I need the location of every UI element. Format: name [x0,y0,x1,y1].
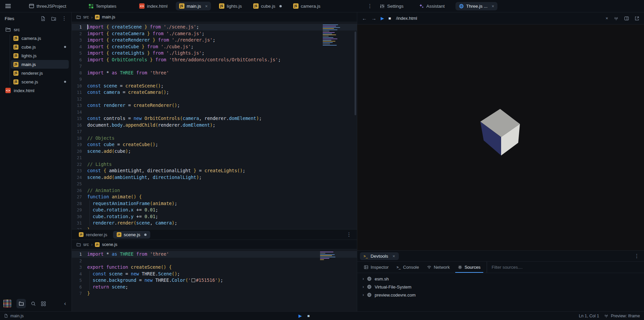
topbar-tab-cube.js[interactable]: JScube.js [250,2,285,10]
extensions-grid-icon[interactable] [41,301,46,306]
topbar-overflow-menu[interactable]: ⋮ [365,3,374,9]
topbar-tab-camera.js[interactable]: JScamera.js [290,2,324,10]
code-line-content [87,63,357,70]
project-button[interactable]: threeJSProject [25,2,70,10]
preview-url[interactable]: /index.html [396,16,417,21]
topbar-tab-lights.js[interactable]: JSlights.js [216,2,245,10]
minimap[interactable] [323,24,344,46]
code-line: 16document.body.appendChild(renderer.dom… [72,122,357,129]
code-line: 32} [72,227,357,230]
code-line: 3export function createScene() { [72,264,357,271]
search-icon[interactable] [31,301,36,306]
settings-button[interactable]: Settings [376,2,407,10]
devtools-tab-label: Network [434,265,450,270]
close-icon[interactable]: × [492,4,494,8]
code-editor-main[interactable]: 1import { createScene } from './scene.js… [72,22,357,229]
filter-sources-input[interactable] [492,265,641,270]
devtools-tab-console[interactable]: >_Console [392,262,423,273]
run-preview-icon[interactable]: ▶ [381,16,384,21]
globe-icon [367,276,372,281]
breadcrumb-file[interactable]: main.js [102,15,115,19]
templates-button[interactable]: Templates [85,2,120,10]
preview-toolbar: ← → ▶ ■ /index.html × [357,12,644,24]
code-line: 14 [72,109,357,116]
minimap[interactable] [320,252,341,260]
file-lights.js[interactable]: JSlights.js [11,51,69,60]
code-line-content: requestAnimationFrame(animate); [87,200,357,207]
devtools-tab-network[interactable]: Network [423,262,454,273]
open-external-icon[interactable] [635,16,639,21]
editor-tab-scene.js[interactable]: JSscene.js [113,231,151,239]
devtools-menu-icon[interactable]: ⋮ [632,253,641,259]
code-line: 1import * as THREE from 'three' [72,251,357,258]
code-line-content: cube.rotation.y += 0.01; [87,213,357,220]
file-main.js[interactable]: JSmain.js [11,60,69,69]
files-menu-icon[interactable]: ⋮ [62,15,67,21]
devtools-tab-label: Console [403,265,419,270]
devtools-tab[interactable]: >_ Devtools × [360,252,399,260]
run-icon[interactable]: ▶ [299,313,302,318]
topbar-tab-main.js[interactable]: JSmain.js× [176,2,211,10]
line-number: 14 [72,109,87,116]
source-esm.sh[interactable]: ›esm.sh [360,275,641,283]
file-tree-root-files: <>index.html [3,86,69,95]
code-line: 29 cube.rotation.x += 0.01; [72,207,357,213]
close-icon[interactable]: × [392,254,395,258]
breadcrumb-folder[interactable]: src [83,242,89,247]
avatar[interactable] [3,300,11,308]
devtools-tab-sources[interactable]: Sources [454,262,485,273]
scrollbar-thumb[interactable] [355,31,356,115]
assistant-button[interactable]: Assistant [416,2,448,10]
editor-tabs-menu[interactable]: ⋮ [344,232,354,238]
preview-mode[interactable]: Preview: Iframe [611,314,640,318]
new-folder-icon[interactable] [51,16,56,21]
close-icon[interactable]: × [205,4,208,8]
breadcrumb-file[interactable]: scene.js [102,242,117,247]
cursor-position[interactable]: Ln 1, Col 1 [579,314,599,318]
back-icon[interactable]: ← [362,15,367,21]
breadcrumb-folder[interactable]: src [83,15,89,19]
file-cube.js[interactable]: JScube.js [11,43,69,51]
file-renderer.js[interactable]: JSrenderer.js [11,69,69,77]
layout-panels-icon[interactable] [624,16,629,21]
broadcast-icon[interactable] [614,16,619,21]
indent-guide [90,200,90,207]
line-number: 16 [72,122,87,129]
chevron-right-icon[interactable]: › [363,284,364,289]
chevron-right-icon[interactable]: › [363,293,364,297]
code-line-content [87,258,357,264]
file-index.html[interactable]: <>index.html [3,86,69,95]
line-number: 21 [72,154,87,161]
source-preview.codevre.com[interactable]: ›preview.codevre.com [360,291,641,299]
code-editor-scene[interactable]: 1import * as THREE from 'three'23export … [72,249,357,311]
file-scene.js[interactable]: JSscene.js [11,77,69,86]
files-panel-button[interactable] [16,299,26,308]
source-Virtual-File-System[interactable]: ›Virtual-File-System [360,283,641,291]
line-number: 11 [72,89,87,96]
indent-guide [90,271,90,277]
stop-preview-icon[interactable]: ■ [388,16,391,21]
chevron-right-icon[interactable]: › [363,276,364,281]
code-line-content: import { createLights } from './lights.j… [87,50,357,57]
code-line-content: const cube = createCube(); [87,141,357,148]
devtools-tab-inspector[interactable]: Inspector [360,262,392,273]
status-file-name[interactable]: main.js [10,314,24,318]
forward-icon[interactable]: → [371,15,376,21]
network-icon [427,265,431,269]
editor-tab-renderer.js[interactable]: JSrenderer.js [75,231,111,239]
topbar-tab-index.html[interactable]: <>index.html [136,2,171,10]
file-tree: src JScamera.jsJScube.jsJSlights.jsJSmai… [0,24,71,296]
code-line: 22// Lights [72,161,357,168]
menu-button[interactable] [3,2,13,10]
collapse-sidebar-icon[interactable]: ‹ [62,300,68,307]
new-file-icon[interactable] [41,16,46,21]
preview-viewport[interactable] [357,24,644,250]
folder-src[interactable]: src [3,25,69,34]
browser-tab-threejs[interactable]: Three.js ... × [455,2,497,10]
file-camera.js[interactable]: JScamera.js [11,34,69,43]
stop-icon[interactable]: ■ [307,314,310,318]
close-preview-icon[interactable]: × [605,16,608,21]
tab-label: lights.js [227,4,242,9]
filter-sources-field[interactable] [487,262,641,273]
preview-broadcast-icon [604,314,608,318]
